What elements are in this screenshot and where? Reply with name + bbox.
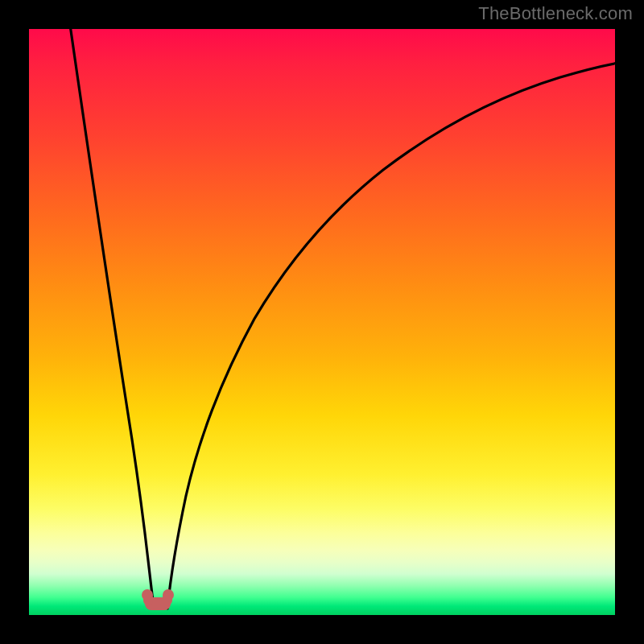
plot-area <box>29 29 615 615</box>
minimum-marker <box>142 589 174 612</box>
curve-right-branch <box>167 63 618 609</box>
watermark-text: TheBottleneck.com <box>478 3 633 24</box>
minimum-marker-left-stem <box>143 592 153 605</box>
bottleneck-curve <box>29 29 615 615</box>
chart-frame: TheBottleneck.com <box>0 0 644 644</box>
curve-left-branch <box>70 25 154 609</box>
minimum-marker-right-stem <box>163 592 172 605</box>
